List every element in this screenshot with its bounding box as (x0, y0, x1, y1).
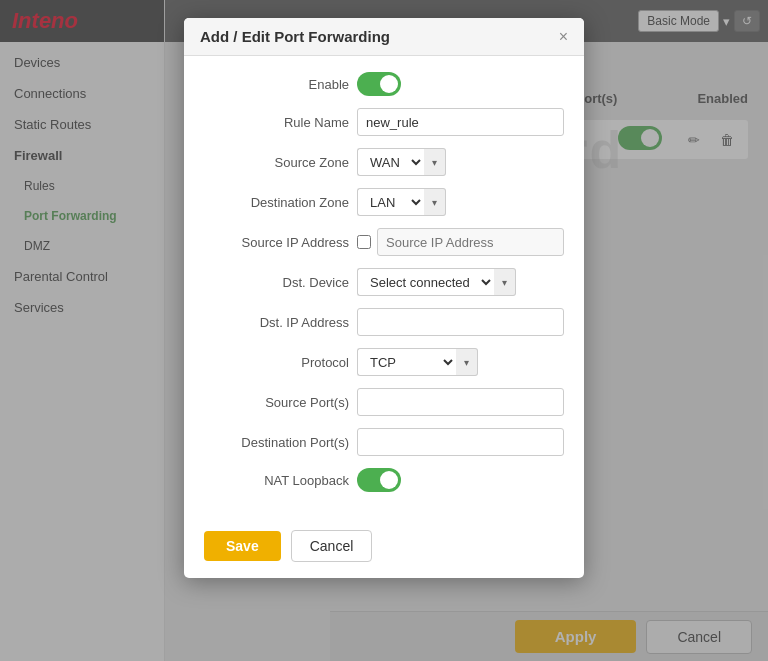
rule-name-input[interactable] (357, 108, 564, 136)
modal: Add / Edit Port Forwarding × Enable Rule… (184, 18, 584, 578)
dst-device-select[interactable]: Select connected (357, 268, 494, 296)
enable-row: Enable (204, 72, 564, 96)
modal-overlay: Add / Edit Port Forwarding × Enable Rule… (0, 0, 768, 661)
nat-loopback-toggle-wrap (357, 468, 401, 492)
source-ip-input-wrap (357, 228, 564, 256)
modal-body: Enable Rule Name Source Zone WAN (184, 56, 584, 524)
destination-zone-row: Destination Zone LAN WAN ▾ (204, 188, 564, 216)
destination-ports-input[interactable] (357, 428, 564, 456)
nat-loopback-row: NAT Loopback (204, 468, 564, 492)
modal-header: Add / Edit Port Forwarding × (184, 18, 584, 56)
modal-title: Add / Edit Port Forwarding (200, 28, 390, 45)
modal-save-button[interactable]: Save (204, 531, 281, 561)
protocol-arrow[interactable]: ▾ (456, 348, 478, 376)
dst-ip-row: Dst. IP Address (204, 308, 564, 336)
rule-name-label: Rule Name (204, 115, 349, 130)
dst-device-arrow[interactable]: ▾ (494, 268, 516, 296)
enable-toggle[interactable] (357, 72, 401, 96)
destination-zone-label: Destination Zone (204, 195, 349, 210)
destination-ports-row: Destination Port(s) (204, 428, 564, 456)
protocol-row: Protocol TCP UDP TCP+UDP ▾ (204, 348, 564, 376)
nat-loopback-slider (357, 468, 401, 492)
modal-cancel-button[interactable]: Cancel (291, 530, 373, 562)
source-ip-checkbox[interactable] (357, 235, 371, 249)
modal-footer: Save Cancel (184, 524, 584, 578)
source-zone-label: Source Zone (204, 155, 349, 170)
protocol-label: Protocol (204, 355, 349, 370)
source-ip-label: Source IP Address (204, 235, 349, 250)
nat-loopback-toggle[interactable] (357, 468, 401, 492)
destination-ports-label: Destination Port(s) (204, 435, 349, 450)
destination-zone-arrow[interactable]: ▾ (424, 188, 446, 216)
enable-toggle-wrap (357, 72, 401, 96)
destination-zone-select-wrap: LAN WAN ▾ (357, 188, 446, 216)
source-ip-row: Source IP Address (204, 228, 564, 256)
source-zone-arrow[interactable]: ▾ (424, 148, 446, 176)
enable-slider (357, 72, 401, 96)
dst-device-label: Dst. Device (204, 275, 349, 290)
source-ports-row: Source Port(s) (204, 388, 564, 416)
source-zone-select-wrap: WAN LAN ▾ (357, 148, 446, 176)
rule-name-row: Rule Name (204, 108, 564, 136)
destination-zone-select[interactable]: LAN WAN (357, 188, 424, 216)
dst-device-select-wrap: Select connected ▾ (357, 268, 516, 296)
enable-label: Enable (204, 77, 349, 92)
source-ports-input[interactable] (357, 388, 564, 416)
modal-close-button[interactable]: × (559, 29, 568, 45)
nat-loopback-label: NAT Loopback (204, 473, 349, 488)
dst-ip-label: Dst. IP Address (204, 315, 349, 330)
source-ip-input[interactable] (377, 228, 564, 256)
dst-ip-input[interactable] (357, 308, 564, 336)
source-zone-row: Source Zone WAN LAN ▾ (204, 148, 564, 176)
source-zone-select[interactable]: WAN LAN (357, 148, 424, 176)
dst-device-row: Dst. Device Select connected ▾ (204, 268, 564, 296)
source-ports-label: Source Port(s) (204, 395, 349, 410)
protocol-select-wrap: TCP UDP TCP+UDP ▾ (357, 348, 478, 376)
protocol-select[interactable]: TCP UDP TCP+UDP (357, 348, 456, 376)
